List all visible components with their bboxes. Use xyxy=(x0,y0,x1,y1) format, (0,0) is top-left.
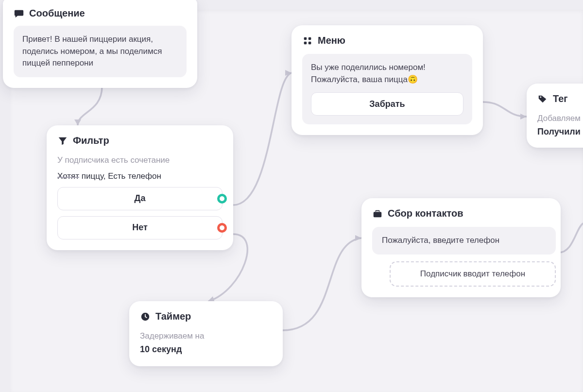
message-title: Сообщение xyxy=(29,8,85,19)
node-tag[interactable]: Тег Добавляем Получили пи xyxy=(527,84,583,148)
filter-no-button[interactable]: Нет xyxy=(57,216,223,239)
port-no[interactable] xyxy=(217,223,227,233)
menu-panel: Вы уже поделились номером! Пожалуйста, в… xyxy=(302,54,472,124)
port-yes[interactable] xyxy=(217,194,227,204)
node-timer[interactable]: Таймер Задерживаем на 10 секунд xyxy=(129,301,283,366)
filter-desc: У подписчика есть сочетание xyxy=(57,154,223,167)
svg-rect-3 xyxy=(304,41,307,44)
svg-rect-4 xyxy=(309,41,311,44)
collect-title: Сбор контактов xyxy=(388,208,463,219)
collect-prompt: Пожалуйста, введите телефон xyxy=(372,227,556,255)
node-message[interactable]: Сообщение Привет! В нашей пиццерии акция… xyxy=(3,0,197,88)
tag-title: Тег xyxy=(553,93,568,104)
filter-tags: Хотят пиццу, Есть телефон xyxy=(57,171,223,181)
collect-user-action: Подписчик вводит телефон xyxy=(390,261,556,287)
filter-title: Фильтр xyxy=(73,135,109,146)
tag-icon xyxy=(537,94,548,104)
filter-no-label: Нет xyxy=(132,222,148,233)
message-body: Привет! В нашей пиццерии акция, поделись… xyxy=(14,26,187,77)
clock-icon xyxy=(140,311,151,322)
tag-value: Получили пи xyxy=(537,127,583,137)
node-menu[interactable]: Меню Вы уже поделились номером! Пожалуйс… xyxy=(292,25,483,135)
node-filter[interactable]: Фильтр У подписчика есть сочетание Хотят… xyxy=(47,125,233,250)
funnel-icon xyxy=(57,136,68,146)
svg-rect-1 xyxy=(304,37,307,40)
menu-body: Вы уже поделились номером! Пожалуйста, в… xyxy=(311,62,463,85)
menu-title: Меню xyxy=(318,35,345,46)
menu-take-button[interactable]: Забрать xyxy=(311,92,463,116)
node-collect[interactable]: Сбор контактов Пожалуйста, введите телеф… xyxy=(361,198,561,297)
timer-desc: Задерживаем на xyxy=(140,330,272,342)
menu-take-label: Забрать xyxy=(369,98,405,110)
grid-icon xyxy=(302,35,313,46)
filter-yes-label: Да xyxy=(135,193,146,204)
contact-icon xyxy=(372,208,383,219)
timer-title: Таймер xyxy=(155,311,191,322)
svg-point-5 xyxy=(540,96,541,98)
timer-value: 10 секунд xyxy=(140,344,272,355)
filter-yes-button[interactable]: Да xyxy=(57,187,223,210)
message-icon xyxy=(14,8,24,19)
svg-rect-2 xyxy=(309,37,311,40)
tag-desc: Добавляем xyxy=(537,112,583,125)
